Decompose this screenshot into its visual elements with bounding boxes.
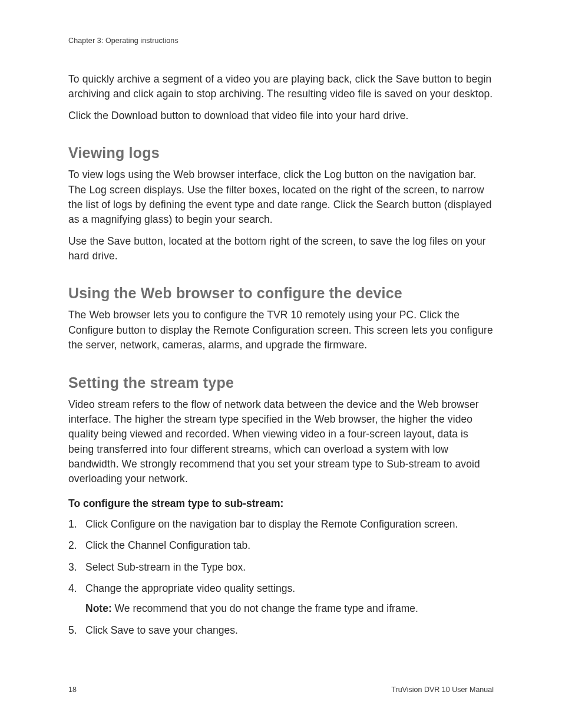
chapter-header: Chapter 3: Operating instructions bbox=[68, 37, 494, 45]
web-config-paragraph-1: The Web browser lets you to configure th… bbox=[68, 308, 494, 353]
document-page: Chapter 3: Operating instructions To qui… bbox=[0, 0, 562, 728]
section-heading-stream-type: Setting the stream type bbox=[68, 374, 494, 391]
intro-paragraph-2: Click the Download button to download th… bbox=[68, 108, 494, 123]
note-label: Note: bbox=[85, 602, 112, 614]
procedure-steps: Click Configure on the navigation bar to… bbox=[68, 517, 494, 638]
procedure-title: To configure the stream type to sub-stre… bbox=[68, 498, 494, 510]
step-3: Select Sub-stream in the Type box. bbox=[68, 560, 494, 575]
step-4-text: Change the appropriate video quality set… bbox=[85, 582, 295, 594]
step-4: Change the appropriate video quality set… bbox=[68, 581, 494, 617]
note-text: We recommend that you do not change the … bbox=[112, 602, 418, 614]
viewing-logs-paragraph-2: Use the Save button, located at the bott… bbox=[68, 234, 494, 264]
intro-paragraph-1: To quickly archive a segment of a video … bbox=[68, 72, 494, 102]
step-4-note: Note: We recommend that you do not chang… bbox=[85, 601, 494, 616]
section-heading-web-config: Using the Web browser to configure the d… bbox=[68, 285, 494, 302]
step-2: Click the Channel Configuration tab. bbox=[68, 538, 494, 553]
manual-title: TruVision DVR 10 User Manual bbox=[391, 686, 494, 694]
section-heading-viewing-logs: Viewing logs bbox=[68, 144, 494, 162]
stream-type-paragraph-1: Video stream refers to the flow of netwo… bbox=[68, 397, 494, 487]
page-footer: 18 TruVision DVR 10 User Manual bbox=[68, 686, 494, 694]
step-1: Click Configure on the navigation bar to… bbox=[68, 517, 494, 532]
viewing-logs-paragraph-1: To view logs using the Web browser inter… bbox=[68, 167, 494, 228]
step-5: Click Save to save your changes. bbox=[68, 623, 494, 638]
page-number: 18 bbox=[68, 686, 77, 694]
